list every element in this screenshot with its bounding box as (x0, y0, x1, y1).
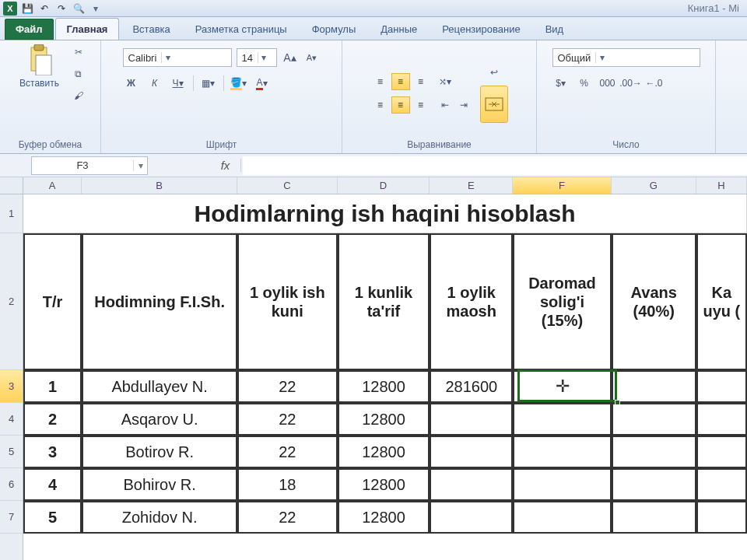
row-header-3[interactable]: 3 (0, 370, 23, 403)
cell-name[interactable]: Zohidov N. (82, 501, 237, 534)
col-header-C[interactable]: C (237, 177, 338, 194)
chevron-down-icon[interactable]: ▾ (595, 52, 608, 63)
col-header-B[interactable]: B (82, 177, 237, 194)
cell-tax[interactable]: ✛ (513, 370, 612, 403)
header-H[interactable]: Ka uyu ( (696, 233, 747, 370)
select-all-corner[interactable] (0, 177, 23, 194)
cell-days[interactable]: 22 (237, 370, 338, 403)
cell-n[interactable]: 2 (23, 403, 82, 436)
cell-tax[interactable] (513, 403, 612, 436)
orientation-icon[interactable]: ⤭▾ (437, 73, 454, 90)
number-format-combo[interactable]: Общий▾ (552, 48, 700, 67)
align-middle-icon[interactable]: ≡ (391, 73, 410, 90)
header-B[interactable]: Hodimning F.I.Sh. (82, 233, 237, 370)
redo-icon[interactable]: ↷ (54, 2, 68, 16)
cut-icon[interactable]: ✂ (70, 44, 87, 61)
percent-icon[interactable]: % (576, 75, 593, 92)
cell-tax[interactable] (513, 501, 612, 534)
decrease-decimal-icon[interactable]: ←.0 (646, 75, 663, 92)
header-G[interactable]: Avans (40%) (612, 233, 696, 370)
row-header-2[interactable]: 2 (0, 233, 23, 370)
underline-button[interactable]: Ч▾ (170, 75, 187, 92)
formula-input[interactable] (243, 156, 747, 175)
borders-icon[interactable]: ▦▾ (200, 75, 217, 92)
cell-avans[interactable] (612, 468, 696, 501)
cell-days[interactable]: 18 (237, 468, 338, 501)
fill-color-icon[interactable]: 🪣▾ (230, 75, 247, 92)
cell-days[interactable]: 22 (237, 436, 338, 468)
cell-tarif[interactable]: 12800 (338, 436, 430, 468)
cell-extra[interactable] (696, 370, 747, 403)
cells-area[interactable]: Hodimlarning ish haqini hisoblashT/rHodi… (23, 194, 747, 534)
format-painter-icon[interactable]: 🖌 (70, 87, 87, 104)
cell-extra[interactable] (696, 403, 747, 436)
cell-tax[interactable] (513, 468, 612, 501)
col-header-D[interactable]: D (338, 177, 430, 194)
undo-icon[interactable]: ↶ (37, 2, 51, 16)
name-box[interactable]: F3 ▾ (31, 156, 148, 175)
chevron-down-icon[interactable]: ▾ (161, 52, 174, 63)
tab-review[interactable]: Рецензирование (430, 18, 531, 40)
tab-home[interactable]: Главная (55, 18, 120, 40)
cell-maosh[interactable] (430, 501, 513, 534)
tab-insert[interactable]: Вставка (121, 18, 181, 40)
cell-tarif[interactable]: 12800 (338, 468, 430, 501)
cell-avans[interactable] (612, 501, 696, 534)
paste-button[interactable]: Вставить (14, 44, 65, 89)
cell-n[interactable]: 1 (23, 370, 82, 403)
col-header-E[interactable]: E (430, 177, 513, 194)
header-D[interactable]: 1 kunlik ta'rif (338, 233, 430, 370)
cell-tax[interactable] (513, 436, 612, 468)
header-E[interactable]: 1 oylik maosh (430, 233, 513, 370)
merge-center-button[interactable] (480, 86, 508, 123)
cell-tarif[interactable]: 12800 (338, 403, 430, 436)
cell-maosh[interactable] (430, 468, 513, 501)
row-header-7[interactable]: 7 (0, 501, 23, 534)
cell-maosh[interactable] (430, 403, 513, 436)
excel-icon[interactable]: X (3, 2, 17, 16)
align-top-icon[interactable]: ≡ (371, 73, 390, 90)
align-center-icon[interactable]: ≡ (391, 96, 410, 114)
cell-extra[interactable] (696, 436, 747, 468)
increase-indent-icon[interactable]: ⇥ (455, 96, 472, 114)
align-right-icon[interactable]: ≡ (412, 96, 430, 114)
cell-n[interactable]: 4 (23, 468, 82, 501)
italic-button[interactable]: К (146, 75, 163, 92)
shrink-font-icon[interactable]: A▾ (303, 49, 321, 66)
chevron-down-icon[interactable]: ▾ (258, 52, 270, 63)
cell-avans[interactable] (612, 436, 696, 468)
col-header-A[interactable]: A (23, 177, 82, 194)
row-header-4[interactable]: 4 (0, 403, 23, 436)
cell-maosh[interactable] (430, 436, 513, 468)
align-bottom-icon[interactable]: ≡ (412, 73, 430, 90)
font-size-combo[interactable]: 14▾ (237, 48, 277, 67)
cell-maosh[interactable]: 281600 (430, 370, 513, 403)
cell-tarif[interactable]: 12800 (338, 370, 430, 403)
align-left-icon[interactable]: ≡ (371, 96, 390, 114)
header-A[interactable]: T/r (23, 233, 82, 370)
cell-name[interactable]: Botirov R. (82, 436, 237, 468)
cell-avans[interactable] (612, 370, 696, 403)
cell-name[interactable]: Asqarov U. (82, 403, 237, 436)
grow-font-icon[interactable]: A▴ (282, 49, 299, 66)
print-preview-icon[interactable]: 🔍 (72, 2, 86, 16)
increase-decimal-icon[interactable]: .00→ (622, 75, 640, 92)
title-cell[interactable]: Hodimlarning ish haqini hisoblash (23, 194, 747, 233)
fx-icon[interactable]: fx (210, 159, 241, 172)
row-header-6[interactable]: 6 (0, 468, 23, 501)
cell-name[interactable]: Bohirov R. (82, 468, 237, 501)
cell-days[interactable]: 22 (237, 501, 338, 534)
tab-page-layout[interactable]: Разметка страницы (184, 18, 299, 40)
fill-handle[interactable] (615, 400, 620, 405)
tab-formulas[interactable]: Формулы (300, 18, 368, 40)
col-header-G[interactable]: G (612, 177, 696, 194)
wrap-text-icon[interactable]: ↩ (482, 64, 507, 81)
chevron-down-icon[interactable]: ▾ (133, 160, 147, 171)
col-header-F[interactable]: F (513, 177, 612, 194)
row-header-5[interactable]: 5 (0, 436, 23, 468)
save-icon[interactable]: 💾 (20, 2, 34, 16)
cell-avans[interactable] (612, 403, 696, 436)
header-F[interactable]: Daromad solig'i (15%) (513, 233, 612, 370)
cell-tarif[interactable]: 12800 (338, 501, 430, 534)
tab-file[interactable]: Файл (5, 19, 54, 40)
